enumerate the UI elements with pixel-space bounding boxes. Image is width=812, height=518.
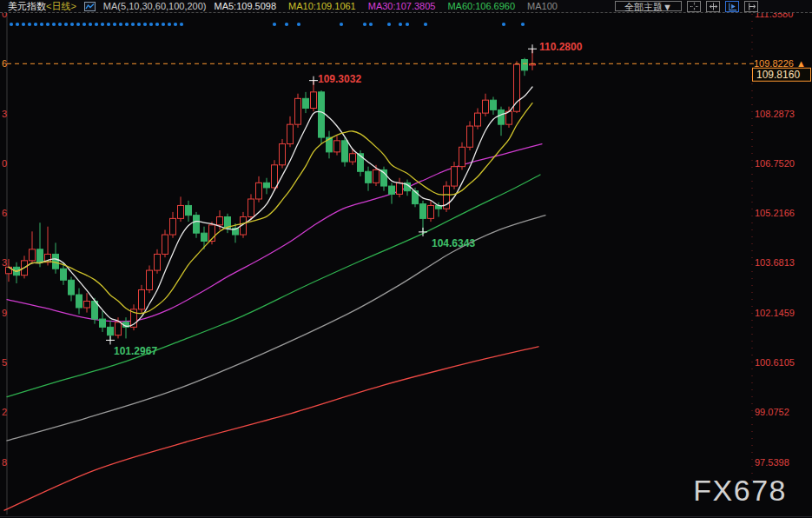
event-dot	[502, 23, 505, 26]
candle-body	[522, 60, 528, 70]
extreme-price-label: 109.3032	[318, 73, 361, 85]
candle-body	[147, 270, 153, 289]
right-axis-label: 100.6105	[755, 357, 795, 368]
ma-settings-label[interactable]: MA(5,10,30,60,100,200)	[103, 1, 207, 12]
right-axis-label: 99.0752	[755, 407, 789, 417]
candle-body	[452, 167, 458, 186]
event-dot	[125, 23, 129, 26]
candle-body	[272, 165, 278, 188]
toolbar-ma-value: MA5:109.5098	[215, 1, 277, 12]
candle-body	[366, 171, 372, 183]
theme-dropdown-button[interactable]: 全部主题▼	[615, 1, 682, 11]
event-dot	[70, 23, 74, 26]
ma60-line	[7, 175, 540, 397]
event-dot	[107, 23, 110, 26]
candle-body	[178, 205, 184, 218]
candle-body	[84, 302, 90, 308]
candle-body	[459, 147, 465, 166]
candle-body	[280, 144, 286, 165]
left-axis-digit: 8	[2, 457, 7, 468]
event-dot	[155, 23, 159, 26]
event-dot	[162, 23, 165, 26]
ma-readouts: MA5:109.5098MA10:109.1061MA30:107.3805MA…	[215, 1, 558, 12]
event-dot	[369, 23, 373, 26]
toolbar-ma-value: MA100	[527, 1, 558, 12]
event-dot	[149, 23, 153, 26]
exit-right-icon[interactable]	[744, 1, 758, 12]
left-axis-digit: 6	[2, 208, 7, 218]
candle-body	[350, 154, 356, 162]
candle-body	[116, 322, 122, 335]
toolbar-ma-value: MA10:109.1061	[288, 1, 356, 12]
event-dot	[119, 23, 122, 26]
crosshair-grid-icon[interactable]	[687, 1, 701, 12]
axis-range-icon[interactable]	[706, 1, 720, 12]
event-dot	[174, 23, 177, 26]
event-dot	[406, 23, 409, 26]
current-price-label: 109.8226 ▲	[754, 58, 806, 69]
extreme-price-label: 110.2800	[539, 41, 583, 53]
event-dot	[83, 23, 86, 26]
event-dot	[180, 23, 183, 26]
event-dot	[95, 23, 98, 26]
event-dot	[22, 23, 25, 26]
candle-body	[139, 289, 145, 309]
extreme-cross-marker	[528, 44, 537, 53]
candle-body	[186, 205, 192, 215]
candle-body	[389, 186, 395, 194]
candle-body	[61, 269, 67, 280]
event-dot	[521, 23, 525, 26]
candle-body	[162, 235, 168, 254]
left-axis-digit: 3	[2, 109, 7, 119]
event-dot	[76, 23, 80, 26]
left-axis-digit: 2	[2, 407, 7, 417]
candle-body	[194, 216, 200, 234]
candle-body	[373, 169, 380, 183]
chart-canvas[interactable]: FX678109.8226 ▲109.8160111.3580108.28731…	[0, 0, 812, 518]
instrument-title: 美元指数<日线>	[8, 1, 76, 12]
event-dot	[297, 23, 300, 26]
left-axis-digit: 3	[2, 257, 7, 268]
event-dot	[340, 23, 343, 26]
ma5-line	[9, 87, 532, 326]
event-dot	[387, 23, 391, 26]
candle-body	[108, 327, 114, 335]
period-label: <日线>	[46, 1, 76, 11]
candle-body	[100, 319, 106, 327]
right-axis-label: 105.2166	[755, 208, 795, 218]
extreme-price-label: 101.2967	[114, 345, 157, 357]
right-axis-label: 102.1459	[755, 308, 795, 318]
candle-body	[69, 280, 75, 295]
toolbar-right-tools: 全部主题▼	[615, 1, 758, 12]
chart-play-icon[interactable]	[725, 1, 739, 12]
event-dot	[89, 23, 92, 26]
candle-body	[248, 199, 254, 217]
event-dot	[64, 23, 68, 26]
candle-body	[397, 183, 403, 194]
candle-body	[467, 126, 473, 147]
candle-body	[428, 205, 434, 218]
ma200-line	[4, 347, 538, 510]
right-axis-label: 108.2873	[755, 109, 795, 119]
chart-toolbar: 美元指数<日线> MA(5,10,30,60,100,200) MA5:109.…	[0, 0, 812, 13]
right-axis-label: 103.6813	[755, 257, 795, 268]
watermark: FX678	[693, 474, 787, 507]
event-dot	[40, 23, 43, 26]
instrument-name: 美元指数	[8, 1, 46, 11]
ma10-line	[9, 103, 532, 314]
candle-body	[256, 183, 262, 199]
event-dot	[58, 23, 62, 26]
candle-body	[295, 98, 301, 124]
candle-body	[319, 92, 325, 137]
left-axis-digit: 6	[2, 58, 7, 69]
candle-body	[53, 254, 59, 269]
chart-type-icon[interactable]	[84, 2, 96, 11]
event-dot	[52, 23, 56, 26]
candle-body	[420, 204, 426, 219]
candle-body	[170, 218, 176, 235]
event-dot	[34, 23, 37, 26]
trading-app-window: { "toolbar": { "symbol": "美元指数", "period…	[0, 0, 812, 518]
candle-body	[264, 183, 270, 188]
event-dot	[46, 23, 50, 26]
candle-body	[155, 254, 161, 270]
